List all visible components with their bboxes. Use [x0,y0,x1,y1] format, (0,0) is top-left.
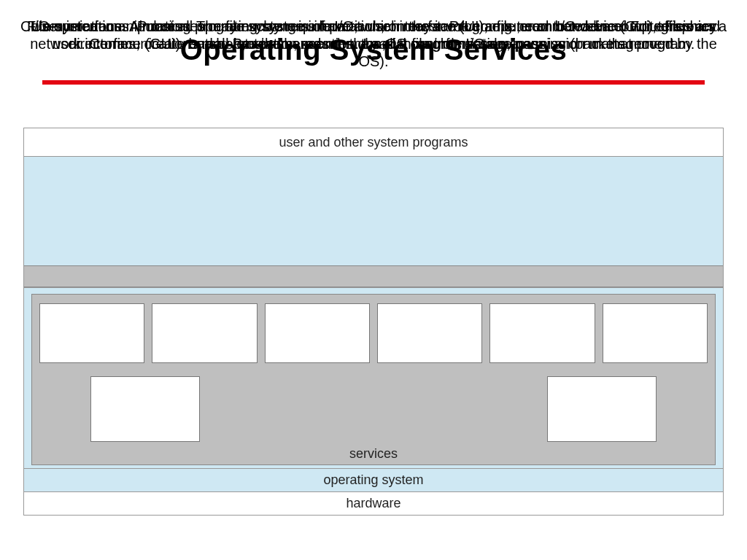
service-box [547,376,657,442]
layer-operating-system: operating system [24,468,723,491]
os-services-diagram: user and other system programs services [23,128,724,516]
service-box [39,303,144,363]
service-box [152,303,257,363]
title-underline [42,80,705,85]
services-row-1 [39,303,708,363]
slide: Communications. Processes may exchange i… [0,0,747,560]
services-panel: services [31,294,716,465]
service-box [489,303,595,363]
layer-user-programs: user and other system programs [24,128,723,156]
layer-syscall-band [24,265,723,287]
service-box [265,303,370,363]
service-box [377,303,482,363]
slide-title: Operating System Services [0,34,747,66]
layer-hardware: hardware [24,491,723,515]
service-box [90,376,200,442]
services-label: services [39,446,708,462]
layer-services: services [24,287,723,468]
services-row-2 [39,376,708,442]
layer-interfaces [24,156,723,265]
service-box [603,303,708,363]
